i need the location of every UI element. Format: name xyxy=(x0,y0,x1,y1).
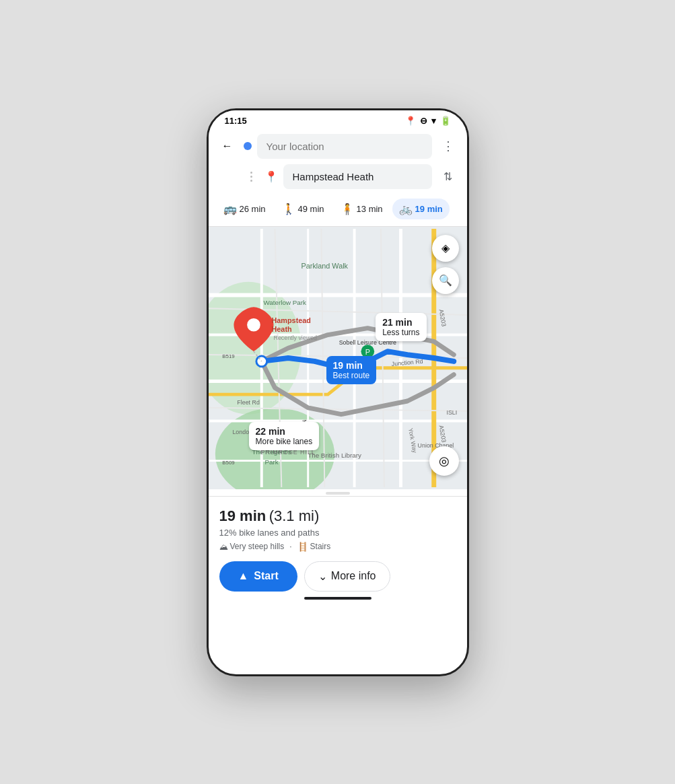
best-time: 19 min xyxy=(333,360,370,371)
destination-pin-icon: 📍 xyxy=(264,170,278,183)
route-summary: 19 min (3.1 mi) xyxy=(219,507,456,525)
time: 11:15 xyxy=(225,116,247,126)
walk2-icon: 🧍 xyxy=(341,203,354,215)
svg-point-21 xyxy=(247,318,260,331)
route-time: 19 min xyxy=(219,507,267,524)
transit-mode[interactable]: 🚌 26 min xyxy=(217,199,273,219)
bottom-panel: 19 min (3.1 mi) 12% bike lanes and paths… xyxy=(209,496,467,608)
search-map-button[interactable]: 🔍 xyxy=(432,267,459,294)
route-label-best[interactable]: 19 min Best route xyxy=(326,356,377,384)
locate-icon: ◎ xyxy=(439,454,450,468)
locate-button[interactable]: ◎ xyxy=(429,446,459,476)
back-icon: ← xyxy=(222,140,233,152)
lanes-sub: More bike lanes xyxy=(256,437,313,446)
walk2-mode[interactable]: 🧍 13 min xyxy=(334,199,390,219)
svg-text:The British Library: The British Library xyxy=(308,451,361,458)
bike-mode[interactable]: 🚲 19 min xyxy=(392,199,450,219)
walk-time: 49 min xyxy=(298,204,324,214)
transport-bar: 🚌 26 min 🚶 49 min 🧍 13 min 🚲 19 min xyxy=(209,194,467,227)
start-label: Start xyxy=(254,570,278,582)
swap-icon: ⇅ xyxy=(443,170,452,183)
phone-frame: 11:15 📍 ⊖ ▾ 🔋 ← ⋮ 📍 xyxy=(207,108,469,676)
location-icon: 📍 xyxy=(405,116,416,126)
status-icons: 📍 ⊖ ▾ 🔋 xyxy=(405,116,451,126)
transit-icon: 🚌 xyxy=(223,203,237,215)
origin-dot xyxy=(244,142,252,150)
svg-text:Fleet Rd: Fleet Rd xyxy=(237,398,260,405)
layers-button[interactable]: ◈ xyxy=(432,235,459,262)
svg-text:ISLI: ISLI xyxy=(446,408,457,415)
map-container[interactable]: P Parkland Walk Waterlow Park The Regent… xyxy=(209,227,467,489)
svg-text:P: P xyxy=(365,348,369,356)
route-distance: (3.1 mi) xyxy=(269,507,320,524)
svg-text:B519: B519 xyxy=(222,353,234,359)
start-button[interactable]: ▲ Start xyxy=(219,561,297,592)
bike-time: 19 min xyxy=(415,204,443,214)
lanes-time: 22 min xyxy=(256,426,313,437)
svg-text:Waterlow Park: Waterlow Park xyxy=(263,299,306,306)
steep-label: Very steep hills xyxy=(230,542,285,551)
warning-separator: · xyxy=(289,542,291,551)
svg-text:Park: Park xyxy=(264,458,278,465)
search-map-icon: 🔍 xyxy=(439,274,452,287)
more-info-button[interactable]: ⌄ More info xyxy=(304,561,390,592)
connector xyxy=(244,172,259,182)
svg-point-20 xyxy=(256,356,267,367)
route-label-lanes[interactable]: 22 min More bike lanes xyxy=(249,422,320,450)
origin-row: ← ⋮ xyxy=(217,134,459,159)
nav-icon: ▲ xyxy=(238,570,249,582)
steep-icon: ⛰ xyxy=(219,542,228,552)
walk-mode[interactable]: 🚶 49 min xyxy=(275,199,331,219)
svg-text:Hampstead: Hampstead xyxy=(271,316,310,324)
header: ← ⋮ 📍 ⇅ xyxy=(209,129,467,194)
svg-text:B509: B509 xyxy=(222,459,234,465)
stairs-icon: 🪜 xyxy=(297,542,308,552)
stairs-warning: 🪜 Stairs xyxy=(297,542,331,552)
action-buttons: ▲ Start ⌄ More info xyxy=(219,561,456,592)
wifi-icon: ▾ xyxy=(431,116,436,126)
more-info-label: More info xyxy=(331,570,376,582)
route-details: 12% bike lanes and paths xyxy=(219,528,456,538)
do-not-disturb-icon: ⊖ xyxy=(420,116,427,126)
svg-text:Recently viewed: Recently viewed xyxy=(273,334,317,341)
more-options-button[interactable]: ⋮ xyxy=(437,135,459,157)
svg-text:Heath: Heath xyxy=(271,324,291,332)
turns-sub: Less turns xyxy=(382,328,419,337)
status-bar: 11:15 📍 ⊖ ▾ 🔋 xyxy=(209,110,467,129)
layers-icon: ◈ xyxy=(441,242,450,254)
bike-icon: 🚲 xyxy=(399,203,413,215)
more-icon: ⋮ xyxy=(442,139,454,153)
svg-text:Parkland Walk: Parkland Walk xyxy=(301,262,348,270)
walk2-time: 13 min xyxy=(357,204,383,214)
turns-time: 21 min xyxy=(382,317,419,328)
transit-time: 26 min xyxy=(240,204,266,214)
origin-input[interactable] xyxy=(257,134,432,159)
best-sub: Best route xyxy=(333,371,370,380)
destination-input[interactable] xyxy=(283,164,432,189)
chevron-down-icon: ⌄ xyxy=(318,570,327,583)
back-button[interactable]: ← xyxy=(217,135,238,157)
route-label-turns[interactable]: 21 min Less turns xyxy=(376,313,426,341)
stairs-label: Stairs xyxy=(310,542,331,551)
route-warnings: ⛰ Very steep hills · 🪜 Stairs xyxy=(219,542,456,552)
walk-icon: 🚶 xyxy=(282,203,295,215)
steep-warning: ⛰ Very steep hills xyxy=(219,542,285,552)
destination-row: 📍 ⇅ xyxy=(217,164,459,189)
battery-icon: 🔋 xyxy=(440,116,451,126)
swap-button[interactable]: ⇅ xyxy=(437,166,459,187)
home-indicator xyxy=(304,597,371,600)
